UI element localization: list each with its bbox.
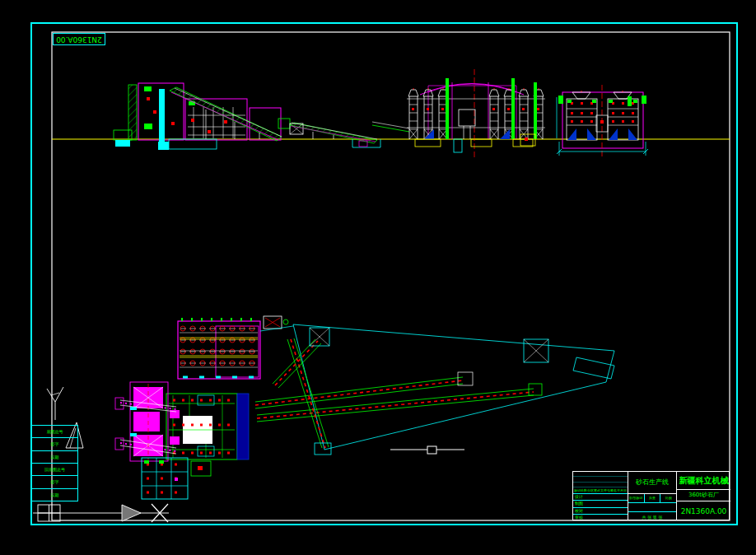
margin-cell: 旧底图总号	[32, 464, 77, 476]
title-block-right: 新疆科立机械 360t砂石厂 2N1360A.00	[676, 472, 730, 520]
plan-view-screen-building	[178, 316, 288, 379]
revision-headers: 标记 处数 分区 更改文件号 签名 年月日	[573, 487, 628, 493]
model-space-canvas[interactable]: 2N1360A.00 底图总号 签字 日期 旧底图总号 签字 日期 标记 处数 …	[0, 0, 756, 555]
margin-cell: 日期	[32, 489, 77, 501]
project-name: 360t砂石厂	[677, 490, 730, 501]
spec-label: 质量	[645, 494, 661, 502]
north-arrow-symbol	[47, 387, 63, 420]
plan-view-lower-cluster	[142, 458, 211, 499]
margin-strip: 底图总号 签字 日期 旧底图总号 签字 日期	[31, 425, 78, 501]
margin-cell: 日期	[32, 451, 77, 464]
elevation-screening-plant	[372, 69, 545, 158]
title-block-middle: 砂石生产线 阶段标记 质量 比例 共 张 第 张	[628, 472, 676, 520]
rev-header: 分区	[587, 487, 594, 493]
staff-row-label: 校对	[575, 508, 583, 514]
spec-label: 阶段标记	[628, 494, 645, 502]
company-name: 新疆科立机械	[677, 472, 730, 490]
rev-header: 签名	[610, 487, 617, 493]
staff-row-label: 制图	[575, 501, 583, 506]
staff-row-label: 审核	[575, 515, 583, 520]
drawing-number: 2N1360A.00	[677, 501, 730, 521]
margin-cell: 签字	[32, 476, 77, 488]
staff-row-label: 设计	[575, 494, 583, 500]
margin-cell: 底图总号	[32, 426, 77, 438]
drawing-title: 砂石生产线	[628, 472, 676, 494]
plan-view-crusher-area	[166, 394, 249, 459]
title-block-revision-area: 标记 处数 分区 更改文件号 签名 年月日 设计 制图 校对 审核	[573, 472, 628, 520]
plan-view-stockpile-conveyors	[255, 324, 614, 455]
sheet-count: 共 张 第 张	[628, 512, 676, 522]
datum-line-symbol	[390, 446, 464, 454]
section-cut-line	[33, 504, 169, 522]
elevation-left-crusher-station	[114, 83, 282, 150]
title-block: 标记 处数 分区 更改文件号 签名 年月日 设计 制图 校对 审核 砂石生产线 …	[572, 471, 730, 520]
rev-header: 更改文件号	[594, 487, 610, 493]
margin-cell: 签字	[32, 438, 77, 450]
rev-header: 处数	[581, 487, 587, 493]
rev-header: 标记	[574, 487, 581, 493]
corner-drawing-number-label: 2N1360A.00	[53, 33, 105, 45]
rev-header: 年月日	[617, 487, 627, 493]
elevation-mid-transfer-conveyor	[278, 119, 380, 147]
spec-label: 比例	[660, 494, 676, 502]
